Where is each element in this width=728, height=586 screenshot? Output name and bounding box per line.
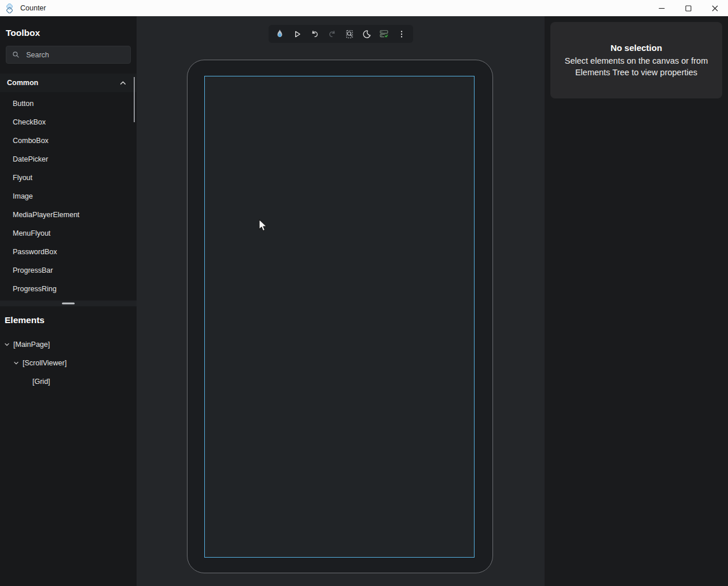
play-icon xyxy=(293,30,302,39)
connected-status-button[interactable] xyxy=(376,26,393,42)
chevron-down-icon[interactable] xyxy=(3,341,10,348)
tree-node-label: [MainPage] xyxy=(13,340,50,349)
titlebar: Counter xyxy=(0,0,728,16)
play-button[interactable] xyxy=(289,26,306,42)
toolbox-item-flyout[interactable]: Flyout xyxy=(0,169,137,187)
toolbox-item-passwordbox[interactable]: PasswordBox xyxy=(0,243,137,261)
more-menu-button[interactable] xyxy=(393,26,410,42)
chevron-up-icon xyxy=(119,79,127,87)
search-input[interactable] xyxy=(26,51,124,59)
minimize-icon xyxy=(659,5,665,12)
toolbox-item-checkbox[interactable]: CheckBox xyxy=(0,113,137,131)
undo-button[interactable] xyxy=(306,26,323,42)
toolbox-item-image[interactable]: Image xyxy=(0,187,137,206)
no-selection-message-line2: Elements Tree to view properties xyxy=(575,67,697,78)
zoom-selection-icon xyxy=(345,30,354,39)
toolbox-item-button[interactable]: Button xyxy=(0,94,137,113)
redo-icon xyxy=(328,30,337,39)
toolbox-list: Button CheckBox ComboBox DatePicker Flyo… xyxy=(0,94,137,298)
search-icon xyxy=(12,50,20,59)
redo-button[interactable] xyxy=(323,26,341,42)
design-canvas[interactable] xyxy=(137,16,545,586)
window-title: Counter xyxy=(20,4,46,12)
canvas-toolbar xyxy=(269,25,413,43)
toolbox-title: Toolbox xyxy=(6,28,137,38)
no-selection-message-line1: Select elements on the canvas or from xyxy=(565,55,708,67)
left-sidebar: Toolbox Common Button CheckBox ComboBox … xyxy=(0,16,137,586)
elements-title: Elements xyxy=(5,315,137,325)
minimize-button[interactable] xyxy=(648,0,675,16)
no-selection-card: No selection Select elements on the canv… xyxy=(550,22,722,98)
connected-check-icon xyxy=(379,29,389,39)
toolbox-scrollbar-thumb[interactable] xyxy=(134,77,135,122)
theme-toggle-button[interactable] xyxy=(358,26,376,42)
toolbox-item-progressbar[interactable]: ProgressBar xyxy=(0,261,137,280)
tree-node-mainpage[interactable]: [MainPage] xyxy=(0,335,137,354)
elements-tree: [MainPage] [ScrollViewer] [Grid] xyxy=(0,335,137,391)
toolbox-search[interactable] xyxy=(6,46,131,64)
more-menu-icon xyxy=(397,30,406,39)
app-logo-icon xyxy=(5,3,14,13)
properties-panel: No selection Select elements on the canv… xyxy=(545,16,728,586)
toolbox-item-menuflyout[interactable]: MenuFlyout xyxy=(0,224,137,243)
toolbox-item-datepicker[interactable]: DatePicker xyxy=(0,150,137,169)
no-selection-title: No selection xyxy=(611,43,662,53)
toolbox-item-combobox[interactable]: ComboBox xyxy=(0,131,137,150)
toolbox-section-common[interactable]: Common xyxy=(0,74,137,92)
tree-node-grid[interactable]: [Grid] xyxy=(0,372,137,391)
undo-icon xyxy=(310,30,319,39)
toolbox-item-mediaplayerelement[interactable]: MediaPlayerElement xyxy=(0,206,137,224)
theme-moon-icon xyxy=(362,30,372,39)
close-button[interactable] xyxy=(701,0,728,16)
tree-node-label: [ScrollViewer] xyxy=(23,359,67,367)
maximize-button[interactable] xyxy=(675,0,701,16)
tree-node-scrollviewer[interactable]: [ScrollViewer] xyxy=(0,354,137,372)
zoom-selection-button[interactable] xyxy=(341,26,358,42)
hot-reload-button[interactable] xyxy=(271,26,289,42)
chevron-down-icon[interactable] xyxy=(13,360,20,367)
page-root-selection[interactable] xyxy=(204,76,475,558)
section-label: Common xyxy=(7,79,38,87)
splitter-handle-icon xyxy=(62,303,75,305)
close-icon xyxy=(712,5,718,12)
panel-splitter[interactable] xyxy=(0,301,137,306)
hot-reload-flame-icon xyxy=(275,29,285,39)
maximize-icon xyxy=(685,5,692,12)
tree-node-label: [Grid] xyxy=(32,378,50,386)
toolbox-item-progressring[interactable]: ProgressRing xyxy=(0,280,137,298)
